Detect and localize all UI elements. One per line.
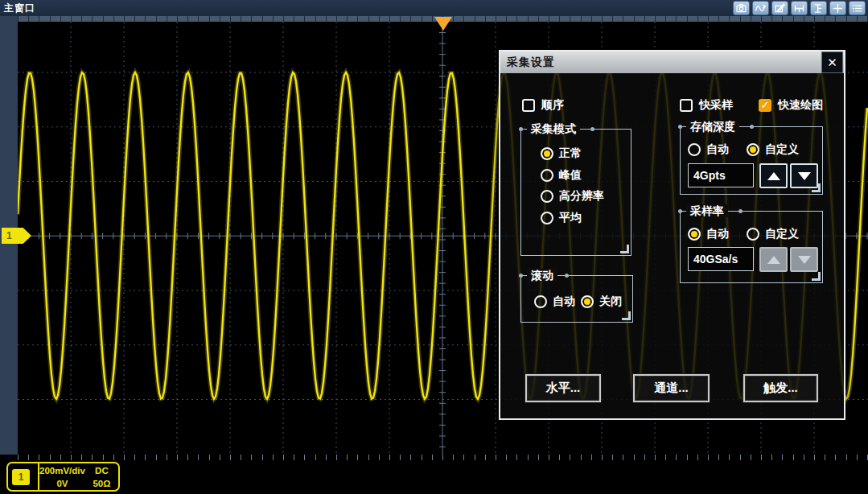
group-dot: [750, 125, 754, 129]
arrow-up-icon: [767, 256, 780, 264]
trigger-position-marker[interactable]: [434, 17, 452, 31]
sample-rate-custom-radio[interactable]: 自定义: [747, 227, 799, 241]
channel1-readouts: 200mV/div DC 0V 50Ω: [39, 464, 118, 490]
oscilloscope-screen: 主窗口: [0, 0, 868, 494]
menu-list-icon: [851, 2, 863, 14]
roll-off-label: 关闭: [599, 294, 622, 309]
radio-circle: [688, 228, 701, 241]
memory-depth-input[interactable]: 4Gpts: [688, 163, 754, 187]
acq-mode-normal-radio[interactable]: 正常: [541, 146, 582, 160]
roll-auto-label: 自动: [553, 294, 575, 309]
acq-mode-average-label: 平均: [559, 211, 582, 225]
group-dot: [565, 274, 569, 278]
acq-mode-normal-label: 正常: [559, 146, 582, 161]
memory-depth-custom-label: 自定义: [765, 142, 799, 157]
group-dot: [678, 209, 682, 213]
group-dot: [519, 127, 523, 131]
waveform-display-icon: [755, 2, 767, 14]
group-dot: [590, 127, 594, 131]
close-icon: ✕: [827, 56, 837, 70]
camera-button[interactable]: [733, 1, 750, 15]
radio-circle: [541, 212, 553, 224]
horizontal-settings-button[interactable]: 水平...: [525, 374, 601, 402]
fast-sampling-checkbox-label: 快采样: [699, 98, 733, 113]
camera-icon: [735, 2, 747, 14]
fast-sampling-checkbox-box: ✓: [680, 99, 693, 112]
acq-mode-peak-radio[interactable]: 峰值: [541, 168, 582, 182]
radio-circle: [541, 169, 553, 182]
annotate-icon: [774, 2, 786, 14]
resize-grip: [622, 311, 631, 320]
channel1-impedance: 50Ω: [85, 477, 118, 490]
radio-circle: [688, 143, 701, 156]
roll-off-radio[interactable]: 关闭: [581, 294, 622, 308]
roll-group-label: 滚动: [527, 269, 557, 282]
vertical-measure-button[interactable]: [810, 1, 827, 15]
horizontal-measure-icon: [793, 2, 805, 14]
channel-settings-button[interactable]: 通道...: [633, 374, 710, 402]
check-icon: ✓: [761, 100, 770, 110]
resize-grip: [620, 245, 629, 253]
channel1-badge: 1: [12, 469, 30, 485]
window-titlebar: 主窗口: [0, 0, 868, 16]
fast-sampling-checkbox[interactable]: ✓ 快采样: [680, 98, 733, 112]
channel1-info-box[interactable]: 1 200mV/div DC 0V 50Ω: [6, 462, 120, 492]
dialog-title: 采集设置: [500, 56, 555, 70]
radio-circle: [534, 295, 547, 308]
status-bar: 1 200mV/div DC 0V 50Ω: [0, 460, 868, 494]
acq-mode-group-label: 采集模式: [527, 122, 580, 135]
trigger-settings-button[interactable]: 触发...: [743, 374, 818, 402]
memory-depth-group-label: 存储深度: [686, 120, 739, 133]
sample-rate-decrease-button[interactable]: [790, 247, 818, 272]
memory-depth-custom-radio[interactable]: 自定义: [747, 142, 799, 156]
add-button[interactable]: [829, 1, 846, 15]
memory-depth-decrease-button[interactable]: [790, 163, 818, 188]
sequence-checkbox[interactable]: ✓ 顺序: [522, 98, 564, 112]
group-dot: [678, 125, 682, 129]
vertical-measure-icon: [812, 2, 825, 14]
radio-circle: [541, 147, 553, 160]
memory-depth-increase-button[interactable]: [759, 163, 788, 188]
arrow-up-icon: [767, 172, 780, 180]
roll-auto-radio[interactable]: 自动: [534, 294, 575, 308]
radio-circle: [747, 228, 759, 241]
waveform-display-button[interactable]: [752, 1, 769, 15]
fast-plot-checkbox[interactable]: ✓ 快速绘图: [759, 98, 823, 112]
acq-mode-hires-label: 高分辨率: [559, 189, 604, 204]
dialog-titlebar[interactable]: 采集设置: [500, 51, 844, 73]
channel1-offset: 0V: [39, 477, 85, 490]
acq-mode-hires-radio[interactable]: 高分辨率: [541, 189, 604, 203]
close-button[interactable]: ✕: [821, 51, 843, 73]
memory-depth-auto-radio[interactable]: 自动: [688, 142, 729, 156]
sample-rate-input[interactable]: 40GSa/s: [688, 247, 754, 271]
acq-mode-peak-label: 峰值: [559, 168, 582, 183]
sample-rate-increase-button[interactable]: [759, 247, 788, 272]
bottom-axis-ticks: [18, 455, 868, 460]
sequence-checkbox-box: ✓: [522, 99, 535, 112]
horizontal-measure-button[interactable]: [791, 1, 808, 15]
window-title: 主窗口: [0, 2, 35, 15]
memory-depth-auto-label: 自动: [706, 142, 729, 157]
radio-circle: [581, 295, 594, 308]
arrow-down-icon: [798, 256, 811, 264]
acquisition-settings-dialog: 采集设置 ✕ ✓ 顺序 ✓ 快采样 ✓ 快速绘图 采集模式 正常: [499, 50, 845, 420]
channel1-marker-label: 1: [6, 230, 12, 241]
fast-plot-checkbox-box: ✓: [759, 99, 771, 112]
sample-rate-group-label: 采样率: [686, 204, 728, 217]
radio-circle: [541, 190, 553, 203]
add-icon: [832, 2, 844, 14]
resize-grip: [812, 272, 821, 281]
acq-mode-average-radio[interactable]: 平均: [541, 211, 582, 224]
fast-plot-checkbox-label: 快速绘图: [778, 98, 823, 113]
channel1-scale: 200mV/div: [39, 464, 85, 477]
menu-list-button[interactable]: [849, 1, 866, 15]
sample-rate-custom-label: 自定义: [765, 227, 799, 241]
radio-circle: [747, 143, 759, 156]
annotate-button[interactable]: [771, 1, 788, 15]
channel1-coupling: DC: [85, 464, 118, 477]
group-dot: [519, 274, 523, 278]
sequence-checkbox-label: 顺序: [541, 98, 564, 113]
sample-rate-auto-label: 自动: [706, 227, 729, 241]
sample-rate-auto-radio[interactable]: 自动: [688, 227, 729, 241]
arrow-down-icon: [798, 172, 811, 180]
